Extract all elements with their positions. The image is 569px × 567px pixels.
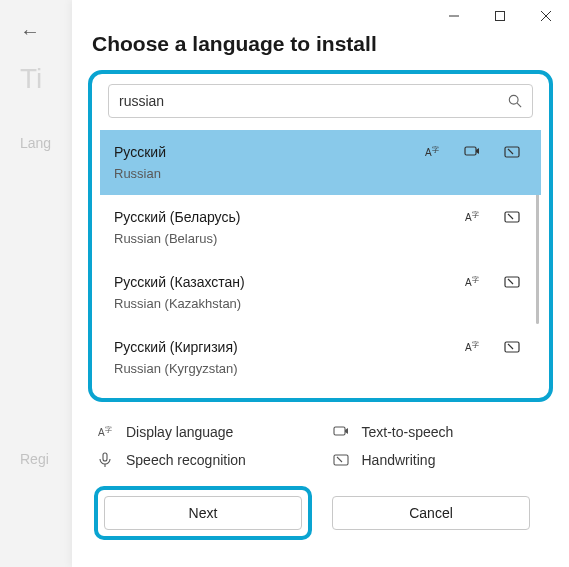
svg-line-18 xyxy=(508,279,513,284)
dialog-title: Choose a language to install xyxy=(92,32,553,56)
handwriting-icon xyxy=(332,452,350,468)
handwriting-icon xyxy=(503,339,521,355)
legend-speech: Speech recognition xyxy=(96,452,308,468)
svg-text:字: 字 xyxy=(472,341,479,348)
language-english-name: Russian (Belarus) xyxy=(114,231,525,246)
language-english-name: Russian (Kyrgyzstan) xyxy=(114,361,525,376)
display-language-icon: A字 xyxy=(423,144,441,160)
handwriting-icon xyxy=(503,209,521,225)
language-item[interactable]: Русский (Казахстан)Russian (Kazakhstan)A… xyxy=(100,260,541,325)
svg-text:字: 字 xyxy=(432,146,439,153)
svg-rect-8 xyxy=(465,147,476,155)
legend-display-language: A字 Display language xyxy=(96,424,308,440)
dialog-button-row: Next Cancel xyxy=(94,486,547,540)
search-icon xyxy=(508,94,522,108)
dialog-titlebar xyxy=(72,0,569,32)
svg-line-5 xyxy=(517,103,521,107)
maximize-button[interactable] xyxy=(477,0,523,32)
svg-text:A: A xyxy=(465,342,472,353)
cancel-button[interactable]: Cancel xyxy=(332,496,530,530)
svg-rect-28 xyxy=(334,455,348,465)
svg-text:A: A xyxy=(425,147,432,158)
handwriting-icon xyxy=(503,274,521,290)
handwriting-icon xyxy=(503,144,521,160)
language-capability-icons: A字 xyxy=(463,274,521,290)
svg-text:字: 字 xyxy=(105,426,112,433)
display-language-icon: A字 xyxy=(463,209,481,225)
next-button[interactable]: Next xyxy=(104,496,302,530)
svg-rect-1 xyxy=(496,12,505,21)
svg-rect-13 xyxy=(505,212,519,222)
language-english-name: Russian xyxy=(114,166,525,181)
svg-line-22 xyxy=(508,344,513,349)
search-field-wrap[interactable] xyxy=(108,84,533,118)
language-english-name: Russian (Kazakhstan) xyxy=(114,296,525,311)
svg-text:A: A xyxy=(465,277,472,288)
language-item[interactable]: Русский (Беларусь)Russian (Belarus)A字 xyxy=(100,195,541,260)
svg-rect-26 xyxy=(103,453,107,461)
language-capability-icons: A字 xyxy=(463,209,521,225)
svg-line-29 xyxy=(337,457,342,462)
legend-tts: Text-to-speech xyxy=(332,424,544,440)
language-item[interactable]: РусскийRussianA字 xyxy=(100,130,541,195)
svg-rect-17 xyxy=(505,277,519,287)
svg-text:A: A xyxy=(465,212,472,223)
mic-icon xyxy=(96,452,114,468)
svg-rect-9 xyxy=(505,147,519,157)
legend: A字 Display language Text-to-speech Speec… xyxy=(96,424,543,468)
legend-speech-label: Speech recognition xyxy=(126,452,246,468)
legend-tts-label: Text-to-speech xyxy=(362,424,454,440)
language-item[interactable]: Русский (Киргизия)Russian (Kyrgyzstan)A字 xyxy=(100,325,541,390)
tts-icon xyxy=(332,424,350,440)
legend-handwriting-label: Handwriting xyxy=(362,452,436,468)
svg-line-14 xyxy=(508,214,513,219)
svg-rect-21 xyxy=(505,342,519,352)
svg-point-4 xyxy=(509,95,518,104)
svg-text:A: A xyxy=(98,427,105,438)
language-install-dialog: Choose a language to install РусскийRuss… xyxy=(72,0,569,567)
legend-display-language-label: Display language xyxy=(126,424,233,440)
svg-text:字: 字 xyxy=(472,211,479,218)
language-capability-icons: A字 xyxy=(423,144,521,160)
display-language-icon: A字 xyxy=(463,339,481,355)
language-list: РусскийRussianA字Русский (Беларусь)Russia… xyxy=(100,130,541,390)
language-capability-icons: A字 xyxy=(463,339,521,355)
svg-text:字: 字 xyxy=(472,276,479,283)
svg-line-10 xyxy=(508,149,513,154)
display-language-icon: A字 xyxy=(463,274,481,290)
tts-icon xyxy=(463,144,481,160)
search-input[interactable] xyxy=(119,93,508,109)
close-button[interactable] xyxy=(523,0,569,32)
legend-handwriting: Handwriting xyxy=(332,452,544,468)
minimize-button[interactable] xyxy=(431,0,477,32)
display-language-icon: A字 xyxy=(96,424,114,440)
language-picker-highlight: РусскийRussianA字Русский (Беларусь)Russia… xyxy=(88,70,553,402)
svg-rect-25 xyxy=(334,427,345,435)
next-button-highlight: Next xyxy=(94,486,312,540)
